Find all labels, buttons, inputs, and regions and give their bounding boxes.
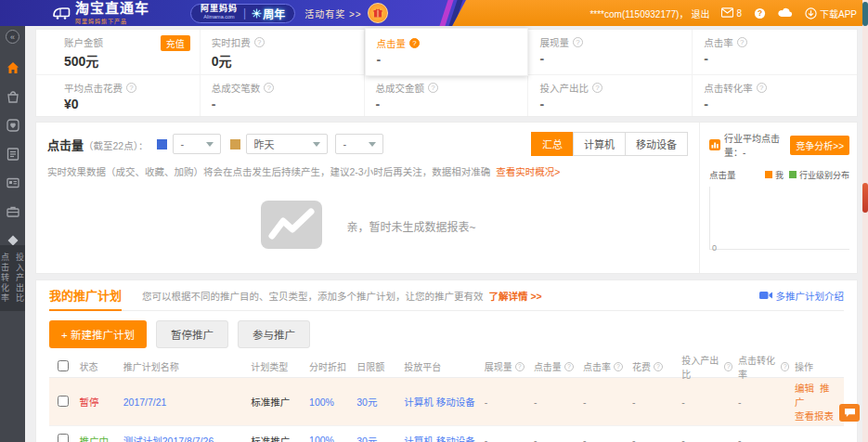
cell-clicks: - [531, 432, 580, 442]
tab-mobile[interactable]: 移动设备 [625, 132, 688, 156]
metric-dropdown[interactable]: - [173, 134, 221, 154]
campaign-type: 标准推广 [248, 431, 306, 442]
col-name: 推广计划名称 [121, 357, 248, 376]
daily-limit-link[interactable]: 30元 [354, 431, 401, 442]
download-app-item[interactable]: 下载APP [805, 6, 857, 20]
daily-limit-link[interactable]: 30元 [354, 392, 401, 411]
favorites-icon[interactable] [6, 119, 19, 132]
logout-link[interactable]: 退出 [691, 6, 709, 20]
pause-campaign-button[interactable]: 暂停推广 [156, 320, 228, 348]
chevron-down-icon [313, 142, 320, 147]
info-icon[interactable]: ? [254, 37, 265, 47]
cell-impressions: - [482, 394, 531, 410]
scrollbar-thumb[interactable] [862, 2, 868, 26]
info-icon[interactable]: ? [126, 83, 136, 93]
campaign-name-link[interactable]: 2017/7/21 [121, 394, 248, 410]
competition-analysis-button[interactable]: 竞争分析>> [790, 136, 849, 155]
download-label: 下载APP [820, 6, 857, 20]
top-bar-account-area: ****com(1150932177)，退出 8 ? 下载APP [589, 0, 857, 26]
alimama-logo: 阿里妈妈 Alimama.com [201, 5, 238, 21]
industry-avg-title: 行业平均点击量：- [724, 131, 786, 159]
discount-link[interactable]: 100% [306, 394, 354, 410]
side-metrics-widget[interactable]: 点击转化率 投入产出比 [0, 245, 25, 311]
view-report-link[interactable]: 查看报表 [795, 410, 834, 422]
chat-widget-button[interactable] [839, 404, 860, 422]
stat-realtime-cost: 实时扣费? 0元 [201, 30, 365, 74]
home-icon[interactable] [6, 61, 19, 74]
stat-account-balance: 账户金额 充值 500元 [36, 30, 201, 74]
realtime-overview-link[interactable]: 查看实时概况> [496, 166, 560, 177]
cell-cvr: - [735, 432, 792, 442]
compare-dropdown[interactable]: - [335, 134, 383, 154]
report-icon[interactable] [6, 148, 19, 161]
info-icon[interactable]: ? [757, 83, 767, 93]
info-icon[interactable]: ? [573, 37, 583, 47]
col-roi: 投入产出比? [679, 350, 735, 384]
status-badge: 推广中 [77, 431, 121, 442]
cloud-item[interactable] [778, 7, 793, 20]
info-icon[interactable]: ? [515, 362, 525, 371]
campaign-name-link[interactable]: 测试计划2017/8/7/26 [121, 431, 248, 442]
info-icon[interactable]: ? [724, 362, 732, 371]
row-checkbox[interactable] [58, 396, 69, 407]
tab-computer[interactable]: 计算机 [573, 132, 626, 156]
chart-section: 点击量（截至22点）： - 昨天 - 汇总 计算机 移动设备 实时效果数据（成交… [36, 123, 699, 273]
learn-more-link[interactable]: 了解详情 >> [489, 289, 542, 303]
left-sidebar: « 点击转化率 投入产出比 [0, 26, 25, 442]
sidebar-collapse-icon[interactable]: « [6, 30, 19, 44]
info-icon[interactable]: ? [564, 362, 574, 371]
badge-divider: | [243, 6, 246, 20]
discount-link[interactable]: 100% [306, 432, 354, 442]
legend-swatch-me [765, 171, 772, 178]
multi-campaign-video-link[interactable]: 多推广计划介绍 [759, 289, 845, 303]
col-cvr: 点击转化率? [735, 350, 792, 384]
info-icon[interactable]: ? [592, 83, 602, 93]
activity-reward-link[interactable]: 活动有奖 >> [304, 6, 361, 20]
tab-my-campaigns[interactable]: 我的推广计划 [49, 280, 122, 311]
table-row: 暂停 2017/7/21 标准推广 100% 30元 计算机 移动设备 - - … [49, 378, 844, 426]
cell-cost: - [629, 432, 679, 442]
recharge-button[interactable]: 充值 [161, 35, 190, 51]
anniversary-badge[interactable]: 阿里妈妈 Alimama.com | 周年 [190, 4, 295, 23]
industry-axis-zero: 0 [712, 243, 717, 253]
gift-badge-icon[interactable] [368, 3, 388, 23]
col-discount: 分时折扣 [306, 357, 354, 376]
date-dropdown[interactable]: 昨天 [246, 134, 328, 154]
platform-link[interactable]: 计算机 移动设备 [401, 392, 481, 411]
col-cost: 花费? [629, 357, 679, 376]
cell-ctr: - [580, 432, 629, 442]
new-campaign-button[interactable]: + 新建推广计划 [49, 320, 147, 348]
info-icon[interactable]: ? [737, 37, 747, 47]
toolbox-icon[interactable] [6, 205, 19, 218]
info-icon[interactable]: ? [654, 362, 663, 371]
col-clicks: 点击量? [531, 357, 580, 376]
help-item[interactable]: ? [754, 7, 766, 20]
edit-link[interactable]: 编辑 [795, 383, 814, 394]
app-subtitle: 阿里妈妈旗下产品 [75, 17, 149, 25]
cell-roi: - [679, 394, 735, 410]
stat-avg-click-cost: 平均点击花费? ¥0 [36, 74, 201, 116]
row-checkbox[interactable] [58, 434, 69, 442]
membership-card-icon[interactable] [6, 176, 19, 189]
app-logo[interactable]: 淘宝直通车 阿里妈妈旗下产品 [52, 2, 149, 25]
campaigns-table: 状态 推广计划名称 计划类型 分时折扣 日限额 投放平台 展现量? 点击量? 点… [49, 356, 844, 442]
help-icon[interactable]: ? [409, 38, 420, 48]
select-all-checkbox[interactable] [58, 360, 69, 371]
col-impressions: 展现量? [482, 357, 531, 376]
table-row: 推广中 测试计划2017/8/7/26 标准推广 100% 30元 计算机 移动… [49, 426, 844, 442]
scrollbar-marker[interactable] [862, 183, 868, 213]
table-header-row: 状态 推广计划名称 计划类型 分时折扣 日限额 投放平台 展现量? 点击量? 点… [49, 356, 844, 378]
shop-icon[interactable] [6, 90, 19, 103]
info-icon[interactable]: ? [614, 362, 623, 371]
join-campaign-button[interactable]: 参与推广 [238, 320, 310, 348]
video-icon [759, 291, 772, 300]
scrollbar[interactable] [862, 0, 868, 442]
mail-item[interactable]: 8 [721, 7, 742, 20]
tab-summary[interactable]: 汇总 [531, 132, 574, 156]
industry-plot-area: 0 [709, 187, 849, 250]
svg-text:?: ? [758, 8, 762, 18]
info-icon[interactable]: ? [781, 362, 789, 371]
info-icon[interactable]: ? [428, 83, 438, 93]
info-icon[interactable]: ? [264, 83, 274, 93]
platform-link[interactable]: 计算机 移动设备 [401, 431, 481, 442]
